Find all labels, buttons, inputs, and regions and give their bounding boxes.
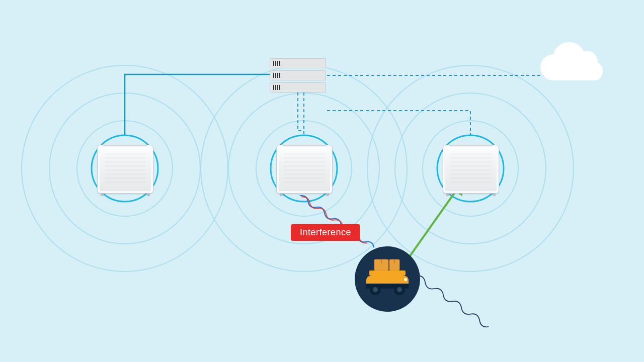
server-unit bbox=[270, 82, 326, 93]
svg-point-23 bbox=[404, 278, 407, 281]
server-stack bbox=[270, 58, 326, 95]
access-point-2 bbox=[276, 145, 333, 194]
access-point-3 bbox=[443, 145, 499, 194]
network-diagram: Interference bbox=[0, 0, 644, 362]
svg-rect-17 bbox=[369, 270, 406, 276]
interference-spiral bbox=[298, 194, 375, 249]
server-unit bbox=[270, 58, 326, 68]
cloud-icon bbox=[540, 42, 603, 80]
agv-robot-icon bbox=[362, 256, 413, 302]
server-unit bbox=[270, 70, 326, 80]
connection-spiral bbox=[396, 181, 491, 329]
svg-point-22 bbox=[397, 287, 402, 292]
agv-robot bbox=[355, 246, 420, 312]
svg-point-20 bbox=[373, 287, 378, 292]
interference-text: Interference bbox=[300, 227, 351, 237]
interference-label: Interference bbox=[291, 224, 360, 241]
access-point-1 bbox=[97, 145, 153, 194]
